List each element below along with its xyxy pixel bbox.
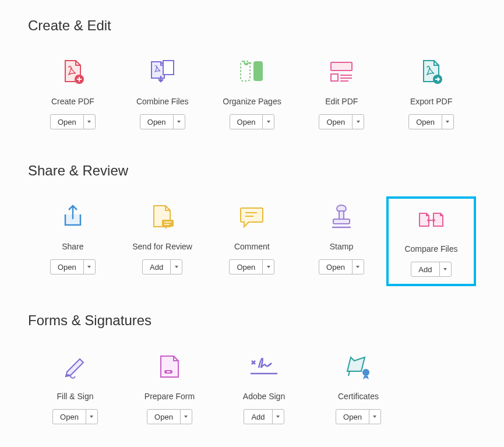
open-button[interactable]: Open — [53, 410, 86, 424]
dropdown-button[interactable] — [180, 410, 192, 424]
section-title: Forms & Signatures — [28, 312, 476, 329]
tool-label: Comment — [234, 242, 270, 251]
tool-label: Compare Files — [404, 244, 457, 254]
tool-split-button: Open — [147, 409, 192, 424]
open-button[interactable]: Open — [147, 410, 180, 424]
open-button[interactable]: Open — [140, 115, 173, 129]
tool-split-button: Open — [230, 114, 275, 129]
tool-label: Organize Pages — [223, 97, 281, 106]
tool-label: Edit PDF — [325, 97, 358, 106]
combine-files-icon — [148, 57, 177, 86]
tool-combine-files[interactable]: Combine Files Open — [118, 51, 207, 136]
certificates-icon — [344, 352, 373, 381]
export-pdf-icon — [417, 57, 446, 86]
section-title: Share & Review — [28, 163, 476, 179]
section-create-edit: Create & Edit Create PDF Open — [28, 17, 476, 136]
tool-split-button: Add — [142, 259, 182, 274]
tool-split-button: Open — [319, 114, 364, 129]
tool-stamp[interactable]: Stamp Open — [297, 196, 386, 286]
dropdown-button[interactable] — [262, 115, 274, 129]
tool-export-pdf[interactable]: Export PDF Open — [386, 51, 476, 136]
dropdown-button[interactable] — [262, 260, 274, 274]
tool-edit-pdf[interactable]: Edit PDF Open — [297, 51, 386, 136]
tool-label: Export PDF — [410, 97, 452, 106]
tool-organize-pages[interactable]: Organize Pages Open — [207, 51, 297, 136]
chevron-down-icon — [356, 266, 360, 268]
tool-split-button: Open — [52, 409, 98, 424]
tool-compare-files[interactable]: Compare Files Add — [386, 196, 476, 286]
tool-adobe-sign[interactable]: Adobe Sign Add — [217, 346, 311, 431]
svg-rect-10 — [162, 220, 174, 227]
chevron-down-icon — [446, 121, 449, 123]
open-button[interactable]: Open — [51, 260, 83, 274]
tool-label: Create PDF — [51, 97, 94, 106]
tool-split-button: Open — [408, 114, 454, 129]
chevron-down-icon — [90, 416, 93, 418]
tool-label: Certificates — [338, 392, 379, 401]
adobe-sign-icon — [249, 352, 279, 381]
add-button[interactable]: Add — [143, 260, 170, 274]
compare-files-icon — [417, 205, 446, 234]
section-title: Create & Edit — [28, 17, 476, 34]
dropdown-button[interactable] — [272, 410, 284, 424]
dropdown-button[interactable] — [352, 260, 364, 274]
tool-send-for-review[interactable]: Send for Review Add — [118, 196, 207, 286]
open-button[interactable]: Open — [409, 115, 442, 129]
tool-comment[interactable]: Comment Open — [207, 196, 297, 286]
dropdown-button[interactable] — [83, 260, 95, 274]
organize-pages-icon — [237, 57, 266, 86]
tool-label: Share — [62, 242, 83, 251]
section-share-review: Share & Review Share Open — [28, 163, 476, 286]
open-button[interactable]: Open — [336, 410, 369, 424]
tool-split-button: Add — [244, 409, 284, 424]
open-button[interactable]: Open — [319, 260, 352, 274]
tool-split-button: Open — [50, 114, 96, 129]
send-for-review-icon — [148, 202, 177, 231]
tool-split-button: Open — [336, 409, 381, 424]
tool-split-button: Open — [229, 259, 274, 274]
open-button[interactable]: Open — [230, 260, 262, 274]
chevron-down-icon — [184, 416, 188, 418]
dropdown-button[interactable] — [173, 115, 185, 129]
dropdown-button[interactable] — [83, 115, 95, 129]
fill-sign-icon — [61, 352, 90, 381]
open-button[interactable]: Open — [230, 115, 263, 129]
svg-point-22 — [362, 369, 369, 376]
dropdown-button[interactable] — [369, 410, 380, 424]
chevron-down-icon — [87, 121, 91, 123]
comment-icon — [237, 202, 266, 231]
stamp-icon — [327, 202, 356, 231]
chevron-down-icon — [357, 121, 360, 123]
add-button[interactable]: Add — [411, 262, 439, 276]
chevron-down-icon — [175, 266, 178, 268]
chevron-down-icon — [276, 416, 280, 418]
svg-rect-4 — [331, 62, 352, 71]
chevron-down-icon — [267, 121, 270, 123]
dropdown-button[interactable] — [439, 262, 451, 276]
tool-share[interactable]: Share Open — [28, 196, 118, 286]
chevron-down-icon — [87, 266, 91, 268]
add-button[interactable]: Add — [244, 410, 272, 424]
dropdown-button[interactable] — [170, 260, 182, 274]
tool-prepare-form[interactable]: Prepare Form Open — [122, 346, 217, 431]
open-button[interactable]: Open — [51, 115, 83, 129]
tool-label: Fill & Sign — [57, 392, 93, 401]
tool-row: Create PDF Open Combine Files Open — [28, 51, 476, 136]
edit-pdf-icon — [327, 57, 356, 86]
dropdown-button[interactable] — [352, 115, 364, 129]
tool-label: Stamp — [330, 242, 353, 251]
tool-label: Adobe Sign — [243, 392, 285, 401]
dropdown-button[interactable] — [86, 410, 97, 424]
prepare-form-icon — [155, 352, 184, 381]
tool-create-pdf[interactable]: Create PDF Open — [28, 51, 118, 136]
tool-split-button: Add — [411, 262, 451, 277]
dropdown-button[interactable] — [442, 115, 453, 129]
chevron-down-icon — [443, 268, 447, 270]
tool-split-button: Open — [50, 259, 96, 274]
tool-certificates[interactable]: Certificates Open — [311, 346, 406, 431]
section-forms-signatures: Forms & Signatures Fill & Sign Open — [28, 312, 476, 431]
open-button[interactable]: Open — [319, 115, 352, 129]
tool-fill-sign[interactable]: Fill & Sign Open — [28, 346, 122, 431]
share-icon — [58, 202, 87, 231]
chevron-down-icon — [267, 266, 270, 268]
